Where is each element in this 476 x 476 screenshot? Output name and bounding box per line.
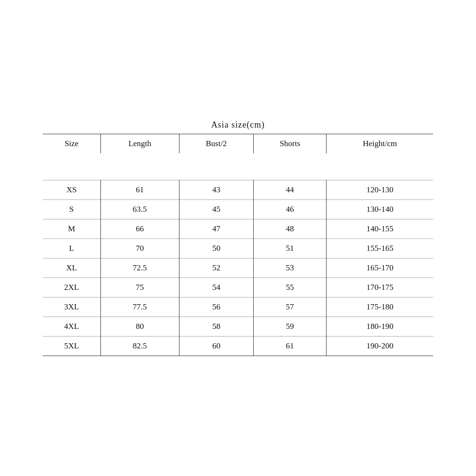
table-row: S63.54546130-140: [43, 200, 433, 219]
cell-length: 75: [100, 278, 179, 298]
cell-shorts: 44: [253, 180, 327, 200]
cell-size: XL: [43, 258, 100, 278]
cell-height: 175-180: [327, 298, 433, 317]
cell-length: 82.5: [100, 337, 179, 356]
table-row: 4XL805859180-190: [43, 317, 433, 337]
cell-size: 5XL: [43, 337, 100, 356]
cell-height: 140-155: [327, 219, 433, 239]
cell-height: 180-190: [327, 317, 433, 337]
cell-shorts: 48: [253, 219, 327, 239]
table-row: XL72.55253165-170: [43, 258, 433, 278]
cell-size: 4XL: [43, 317, 100, 337]
table-row: M664748140-155: [43, 219, 433, 239]
cell-length: 70: [100, 239, 179, 258]
col-length: Length: [100, 134, 179, 159]
size-chart-container: Asia size(cm) Size Length Bust/2 Shorts …: [43, 120, 433, 356]
cell-height: 190-200: [327, 337, 433, 356]
cell-size: 2XL: [43, 278, 100, 298]
cell-size: L: [43, 239, 100, 258]
cell-height: 155-165: [327, 239, 433, 258]
cell-shorts: 61: [253, 337, 327, 356]
size-table: Size Length Bust/2 Shorts Height/cm XS61…: [43, 134, 433, 356]
cell-shorts: 57: [253, 298, 327, 317]
cell-bust2: 54: [179, 278, 253, 298]
table-row: 5XL82.56061190-200: [43, 337, 433, 356]
cell-size: M: [43, 219, 100, 239]
cell-size: XS: [43, 180, 100, 200]
table-body: XS614344120-130S63.54546130-140M66474814…: [43, 158, 433, 356]
cell-bust2: 58: [179, 317, 253, 337]
cell-bust2: 56: [179, 298, 253, 317]
cell-length: 80: [100, 317, 179, 337]
col-bust2: Bust/2: [179, 134, 253, 159]
table-header-row: Size Length Bust/2 Shorts Height/cm: [43, 134, 433, 159]
cell-shorts: 53: [253, 258, 327, 278]
cell-length: 72.5: [100, 258, 179, 278]
col-size: Size: [43, 134, 100, 159]
cell-bust2: 60: [179, 337, 253, 356]
cell-bust2: 52: [179, 258, 253, 278]
cell-length: 63.5: [100, 200, 179, 219]
col-height: Height/cm: [327, 134, 433, 159]
cell-size: 3XL: [43, 298, 100, 317]
table-row: L705051155-165: [43, 239, 433, 258]
table-row: 3XL77.55657175-180: [43, 298, 433, 317]
cell-length: 66: [100, 219, 179, 239]
table-row: XS614344120-130: [43, 180, 433, 200]
spacer-row: [43, 158, 433, 180]
cell-height: 120-130: [327, 180, 433, 200]
cell-height: 130-140: [327, 200, 433, 219]
table-row: 2XL755455170-175: [43, 278, 433, 298]
cell-bust2: 45: [179, 200, 253, 219]
col-shorts: Shorts: [253, 134, 327, 159]
cell-shorts: 55: [253, 278, 327, 298]
cell-length: 61: [100, 180, 179, 200]
cell-bust2: 43: [179, 180, 253, 200]
cell-size: S: [43, 200, 100, 219]
cell-length: 77.5: [100, 298, 179, 317]
cell-shorts: 59: [253, 317, 327, 337]
cell-shorts: 51: [253, 239, 327, 258]
cell-height: 165-170: [327, 258, 433, 278]
cell-bust2: 50: [179, 239, 253, 258]
cell-height: 170-175: [327, 278, 433, 298]
table-title: Asia size(cm): [43, 120, 433, 130]
cell-bust2: 47: [179, 219, 253, 239]
cell-shorts: 46: [253, 200, 327, 219]
